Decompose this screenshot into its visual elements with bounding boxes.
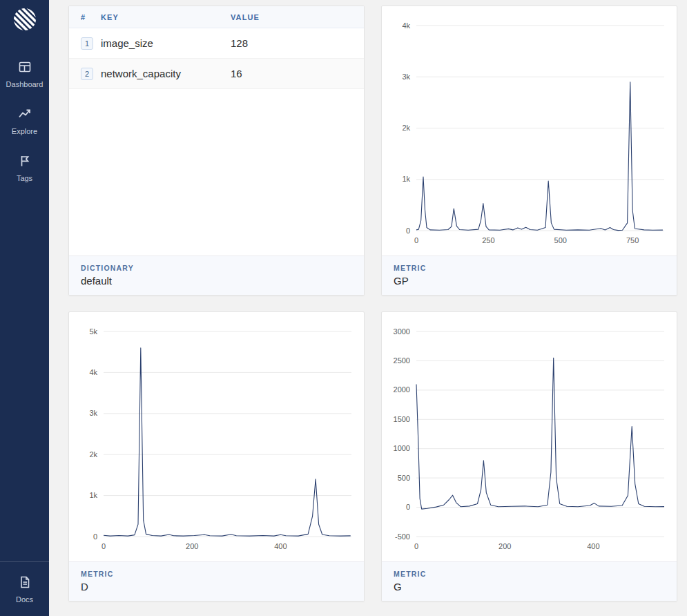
- params-table: # KEY VALUE 1 image_size 128 2: [69, 6, 364, 89]
- app-root: Dashboard Explore Tags: [0, 0, 687, 616]
- col-header-value[interactable]: VALUE: [225, 6, 364, 28]
- metric-card-gp: 01k2k3k4k0250500750 METRIC GP: [381, 6, 677, 296]
- svg-text:4k: 4k: [402, 21, 410, 30]
- svg-text:500: 500: [398, 474, 410, 482]
- svg-text:1000: 1000: [394, 444, 410, 452]
- svg-text:400: 400: [587, 542, 599, 550]
- svg-text:200: 200: [186, 542, 198, 550]
- metric-card-g: -5000500100015002000250030000200400 METR…: [381, 311, 677, 601]
- svg-text:1k: 1k: [89, 491, 97, 499]
- tags-icon: [17, 153, 32, 169]
- svg-text:500: 500: [554, 236, 567, 244]
- table-row[interactable]: 1 image_size 128: [69, 28, 364, 59]
- svg-text:-500: -500: [395, 532, 410, 541]
- sidebar-item-label: Dashboard: [6, 80, 43, 88]
- row-index-badge: 1: [81, 37, 93, 50]
- explore-icon: [17, 106, 32, 122]
- svg-text:0: 0: [406, 227, 410, 235]
- card-footer: DICTIONARY default: [69, 256, 364, 295]
- footer-value: default: [81, 275, 352, 287]
- app-logo[interactable]: [10, 6, 40, 36]
- svg-text:1k: 1k: [402, 175, 410, 183]
- dictionary-card: # KEY VALUE 1 image_size 128 2: [68, 6, 365, 296]
- card-footer: METRIC G: [382, 561, 677, 601]
- col-header-index[interactable]: #: [69, 6, 95, 28]
- svg-text:2500: 2500: [394, 356, 410, 365]
- sidebar-item-label: Tags: [17, 174, 32, 182]
- footer-value: G: [394, 581, 665, 593]
- param-value: 128: [225, 28, 364, 59]
- svg-text:0: 0: [414, 236, 418, 244]
- sidebar-item-explore[interactable]: Explore: [0, 98, 49, 145]
- line-chart-gp[interactable]: 01k2k3k4k0250500750: [382, 6, 677, 256]
- svg-text:200: 200: [499, 542, 511, 550]
- svg-text:2k: 2k: [402, 124, 410, 132]
- sidebar-item-dashboard[interactable]: Dashboard: [0, 51, 49, 98]
- svg-text:0: 0: [414, 542, 418, 550]
- param-key: network_capacity: [95, 59, 225, 89]
- svg-text:400: 400: [274, 542, 287, 550]
- footer-value: GP: [394, 275, 665, 287]
- svg-text:2000: 2000: [394, 385, 410, 394]
- row-index-badge: 2: [81, 68, 93, 80]
- card-footer: METRIC D: [69, 561, 364, 601]
- dashboard-icon: [17, 59, 32, 75]
- metric-card-d: 01k2k3k4k5k0200400 METRIC D: [68, 311, 365, 601]
- docs-icon: [17, 575, 32, 590]
- param-value: 16: [225, 59, 364, 89]
- svg-text:0: 0: [406, 503, 410, 511]
- footer-label: METRIC: [394, 570, 665, 578]
- col-header-key[interactable]: KEY: [95, 6, 225, 28]
- svg-text:250: 250: [482, 236, 494, 244]
- svg-text:3000: 3000: [394, 327, 410, 336]
- footer-label: METRIC: [394, 264, 665, 272]
- svg-text:3k: 3k: [89, 409, 97, 417]
- sidebar-item-docs[interactable]: Docs: [0, 566, 49, 613]
- param-key: image_size: [95, 28, 225, 59]
- svg-text:1500: 1500: [394, 415, 410, 423]
- table-header-row: # KEY VALUE: [69, 6, 364, 28]
- sidebar-item-tags[interactable]: Tags: [0, 145, 49, 192]
- line-chart-d[interactable]: 01k2k3k4k5k0200400: [69, 312, 364, 561]
- svg-text:750: 750: [626, 236, 639, 244]
- footer-label: METRIC: [81, 570, 352, 578]
- svg-text:0: 0: [101, 542, 106, 550]
- svg-text:4k: 4k: [89, 368, 97, 376]
- footer-value: D: [81, 581, 352, 593]
- sidebar-item-label: Explore: [12, 127, 37, 135]
- dashboard-grid: # KEY VALUE 1 image_size 128 2: [49, 0, 687, 616]
- svg-text:3k: 3k: [402, 73, 410, 81]
- aim-logo-icon: [11, 6, 39, 36]
- footer-label: DICTIONARY: [81, 264, 352, 272]
- svg-text:2k: 2k: [89, 450, 97, 459]
- dictionary-table-body: # KEY VALUE 1 image_size 128 2: [69, 6, 364, 256]
- svg-text:5k: 5k: [89, 327, 97, 336]
- sidebar: Dashboard Explore Tags: [0, 0, 49, 616]
- card-footer: METRIC GP: [382, 256, 677, 295]
- sidebar-bottom-section: Docs: [0, 561, 49, 616]
- sidebar-item-label: Docs: [16, 595, 33, 604]
- svg-text:0: 0: [93, 532, 97, 541]
- table-row[interactable]: 2 network_capacity 16: [69, 59, 364, 89]
- sidebar-nav: Dashboard Explore Tags: [0, 51, 49, 192]
- line-chart-g[interactable]: -5000500100015002000250030000200400: [382, 312, 677, 561]
